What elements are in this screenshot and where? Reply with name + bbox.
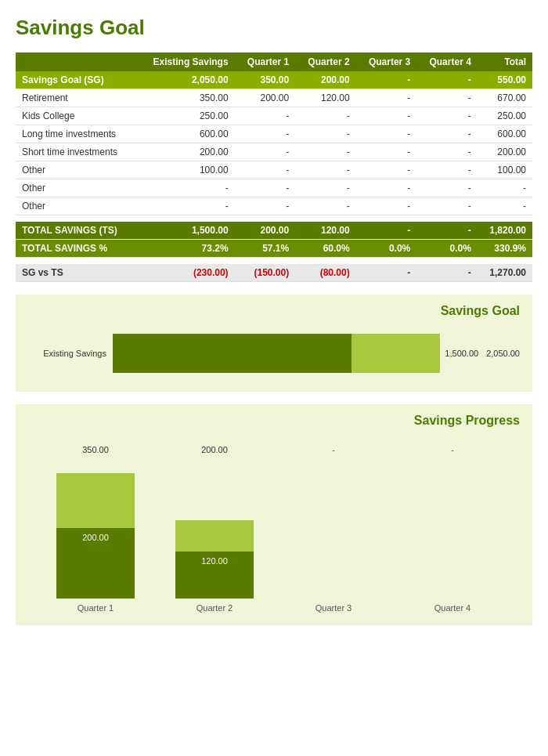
total-label: TOTAL SAVINGS (TS) (16, 222, 136, 240)
savings-table: Existing Savings Quarter 1 Quarter 2 Qua… (16, 52, 532, 282)
row-q4: - (416, 89, 478, 107)
sg-label: Savings Goal (SG) (16, 71, 136, 89)
row-q1: - (235, 143, 296, 161)
row-q2: - (295, 143, 356, 161)
v-bar-bottom-label-q4: Quarter 4 (434, 603, 470, 613)
row-existing: 100.00 (136, 161, 234, 179)
row-q2: - (295, 179, 356, 197)
col-header-total: Total (478, 52, 532, 71)
row-q1: - (235, 179, 296, 197)
row-q3: - (356, 89, 417, 107)
v-bar-group-q2: 200.00 120.00 Quarter 2 (168, 445, 261, 613)
row-total: 200.00 (478, 143, 532, 161)
v-bar-container-q2: 120.00 (175, 458, 254, 599)
horizontal-chart-section: Savings Goal Existing Savings 1,500.00 2… (16, 295, 532, 392)
row-label: Other (16, 197, 136, 215)
v-bar-container-q4 (413, 458, 492, 599)
col-header-q4: Quarter 4 (416, 52, 478, 71)
v-bar-group-q3: - Quarter 3 (287, 445, 380, 613)
progress-chart-section: Savings Progress 350.00 200.00 Quarter 1… (16, 404, 532, 625)
v-bar-top-label-q2: 200.00 (201, 445, 228, 454)
row-q1: - (235, 107, 296, 125)
v-bar-outer-q1: 200.00 (56, 473, 135, 599)
row-q3: - (356, 179, 417, 197)
sg-existing: 2,050.00 (136, 71, 234, 89)
sgvs-q1: (150.00) (235, 264, 296, 282)
row-q3: - (356, 143, 417, 161)
bar-dark-segment (113, 334, 352, 373)
table-row-total: TOTAL SAVINGS (TS) 1,500.00 200.00 120.0… (16, 222, 532, 240)
horizontal-bar-label: Existing Savings (28, 349, 106, 358)
sgvs-q2: (80.00) (295, 264, 356, 282)
row-label: Short time investments (16, 143, 136, 161)
separator-row (16, 215, 532, 222)
row-q3: - (356, 107, 417, 125)
progress-chart-title: Savings Progress (28, 414, 520, 428)
table-row: Other - - - - - - (16, 179, 532, 197)
row-existing: - (136, 179, 234, 197)
pct-q1: 57.1% (235, 240, 296, 258)
sgvs-q4: - (416, 264, 478, 282)
row-total: 600.00 (478, 125, 532, 143)
sgvs-label: SG vs TS (16, 264, 136, 282)
row-q1: - (235, 197, 296, 215)
row-label: Kids College (16, 107, 136, 125)
vertical-bar-chart: 350.00 200.00 Quarter 1 200.00 120.00 (28, 440, 520, 613)
total-existing: 1,500.00 (136, 222, 234, 240)
bar-end-value: 2,050.00 (486, 349, 520, 358)
v-bar-bottom-label-q1: Quarter 1 (78, 603, 114, 613)
bar-light-segment (352, 334, 440, 373)
row-existing: 600.00 (136, 125, 234, 143)
col-header-label (16, 52, 136, 71)
row-q3: - (356, 125, 417, 143)
row-q2: - (295, 107, 356, 125)
col-header-q2: Quarter 2 (295, 52, 356, 71)
row-q4: - (416, 179, 478, 197)
v-bar-container-q1: 200.00 (56, 458, 135, 599)
page-title: Savings Goal (16, 16, 532, 40)
row-q4: - (416, 107, 478, 125)
table-row: Short time investments 200.00 - - - - 20… (16, 143, 532, 161)
table-row-pct: TOTAL SAVINGS % 73.2% 57.1% 60.0% 0.0% 0… (16, 240, 532, 258)
sg-q4: - (416, 71, 478, 89)
row-q1: 200.00 (235, 89, 296, 107)
v-bar-outer-q2: 120.00 (175, 520, 254, 599)
row-q3: - (356, 197, 417, 215)
bar-dark-value: 1,500.00 (445, 349, 478, 358)
sg-q1: 350.00 (235, 71, 296, 89)
sg-q2: 200.00 (295, 71, 356, 89)
table-row: Kids College 250.00 - - - - 250.00 (16, 107, 532, 125)
row-q1: - (235, 125, 296, 143)
row-existing: - (136, 197, 234, 215)
sgvs-q3: - (356, 264, 417, 282)
row-total: - (478, 179, 532, 197)
row-q1: - (235, 161, 296, 179)
v-bar-inner-label-q1: 200.00 (82, 533, 109, 542)
v-bar-top-label-q1: 350.00 (82, 445, 109, 454)
row-label: Other (16, 179, 136, 197)
v-bar-group-q4: - Quarter 4 (406, 445, 499, 613)
table-row-sg: Savings Goal (SG) 2,050.00 350.00 200.00… (16, 71, 532, 89)
table-row: Other - - - - - - (16, 197, 532, 215)
sgvs-existing: (230.00) (136, 264, 234, 282)
v-bar-container-q3 (294, 458, 373, 599)
row-q4: - (416, 125, 478, 143)
row-q2: - (295, 197, 356, 215)
row-q3: - (356, 161, 417, 179)
v-bar-top-label-q4: - (451, 445, 454, 454)
total-q2: 120.00 (295, 222, 356, 240)
row-existing: 200.00 (136, 143, 234, 161)
v-bar-inner-q1: 200.00 (56, 528, 135, 599)
row-total: - (478, 197, 532, 215)
row-q4: - (416, 143, 478, 161)
total-q3: - (356, 222, 417, 240)
total-q4: - (416, 222, 478, 240)
pct-total: 330.9% (478, 240, 532, 258)
row-total: 670.00 (478, 89, 532, 107)
horizontal-bar-chart: Existing Savings 1,500.00 2,050.00 (28, 327, 520, 379)
v-bar-group-q1: 350.00 200.00 Quarter 1 (49, 445, 142, 613)
sg-total: 550.00 (478, 71, 532, 89)
separator-row (16, 258, 532, 265)
row-q4: - (416, 161, 478, 179)
col-header-q1: Quarter 1 (235, 52, 296, 71)
